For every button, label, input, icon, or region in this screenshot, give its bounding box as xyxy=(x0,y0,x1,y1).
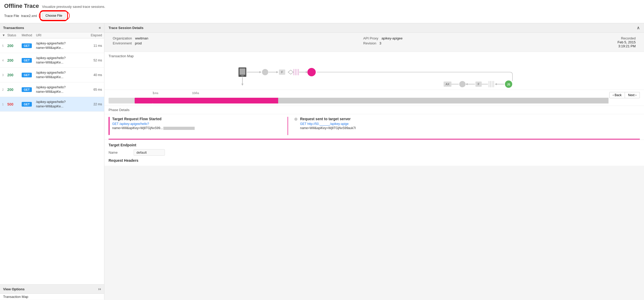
timeline-gray-segment xyxy=(278,98,609,103)
trace-session-header: Trace Session Details ∧ xyxy=(104,23,644,33)
proxy-value: apikey-apigee xyxy=(381,36,403,40)
name-field-row: Name default xyxy=(109,149,640,156)
phase-card-2-status-dot xyxy=(294,118,297,121)
proxy-row: API Proxy apikey-apigee xyxy=(363,36,403,40)
tx-status: 200 xyxy=(7,58,22,62)
timeline-labels: 1ms 10ms xyxy=(109,91,640,97)
device-home xyxy=(241,75,244,76)
phase-card-1-bar xyxy=(109,117,110,135)
tx-elapsed: 65 ms xyxy=(86,88,102,91)
tx-elapsed: 52 ms xyxy=(86,59,102,62)
back-button[interactable]: ‹ Back xyxy=(609,92,625,98)
tx-uri: /apikey-apigee/hello?name=Will&apiKe... xyxy=(36,56,86,65)
transaction-row[interactable]: 2 200 GET /apikey-apigee/hello?name=Will… xyxy=(0,82,104,97)
view-options-header[interactable]: View Options ›› xyxy=(0,284,104,294)
recorded-label: Recorded xyxy=(618,36,636,40)
org-value: wwitman xyxy=(135,36,148,40)
recorded-date: Feb 5, 2015 xyxy=(618,40,636,44)
phase-card-2-body: Request sent to target server GET http:/… xyxy=(300,117,356,135)
sort-col: ▼ xyxy=(2,33,7,37)
revision-row: Revision 3 xyxy=(363,41,403,45)
f-label-2: F xyxy=(478,83,480,86)
transaction-map-title: Transaction Map xyxy=(109,54,640,58)
trace-file-row: Trace File trace2.xml Choose File xyxy=(4,11,640,20)
transactions-title: Transactions xyxy=(3,26,24,30)
transaction-row[interactable]: 3 200 GET /apikey-apigee/hello?name=Will… xyxy=(0,68,104,82)
recorded-group: Recorded Feb 5, 2015 3:19:21 PM xyxy=(618,36,636,48)
tx-method: GET xyxy=(22,58,36,62)
choose-file-wrapper: Choose File xyxy=(39,11,70,20)
phase-card-1-link[interactable]: GET /apikey-apigee/hello? xyxy=(112,122,195,126)
timeline-bar xyxy=(109,98,609,103)
tx-uri: /apikey-apigee/hello?name=Will&apiKe... xyxy=(36,41,86,50)
view-options-label: View Options xyxy=(3,287,25,291)
tx-method: GET xyxy=(22,73,36,77)
target-endpoint-heading: Target Endpoint xyxy=(109,143,640,147)
tx-table-header: ▼ Status Method URI Elapsed xyxy=(0,32,104,38)
flow-path-right xyxy=(317,72,512,81)
arrowhead-b1 xyxy=(495,83,497,85)
env-value: prod xyxy=(135,41,142,45)
device-screen xyxy=(240,68,245,75)
phase-card-1-title: Target Request Flow Started xyxy=(112,117,195,121)
collapse-right-icon[interactable]: ∧ xyxy=(637,25,640,30)
transaction-row[interactable]: 5 200 GET /apikey-apigee/hello?name=Will… xyxy=(0,38,104,53)
pink-circle xyxy=(307,68,316,76)
tx-status: 200 xyxy=(7,44,22,48)
tx-uri: /apikey-apigee/hello?name=Will&apiKe... xyxy=(36,85,86,94)
proxy-label: API Proxy xyxy=(363,36,378,40)
arrowhead-1 xyxy=(259,71,261,73)
tx-num: 4 xyxy=(2,59,7,62)
revision-value: 3 xyxy=(379,41,381,45)
tx-num: 3 xyxy=(2,73,7,77)
status-col-header: Status xyxy=(7,33,22,37)
phase-pink-underline xyxy=(109,139,640,140)
proxy-revision-group: API Proxy apikey-apigee Revision 3 xyxy=(363,36,403,48)
choose-file-button[interactable]: Choose File xyxy=(42,13,65,19)
down-arrowhead xyxy=(241,84,243,86)
timeline-pink-segment xyxy=(135,98,153,103)
elapsed-col-header: Elapsed xyxy=(86,33,102,37)
tick-10ms xyxy=(196,91,196,94)
back-next-buttons: ‹ Back Next › xyxy=(609,92,640,98)
header: Offline Trace Visualize previously saved… xyxy=(0,0,644,23)
tx-elapsed: 11 ms xyxy=(86,44,102,48)
session-info-row: Organization wwitman Environment prod AP… xyxy=(104,33,644,52)
phase-card-1-text: name=Will&apiKey=Wj8TGjNvS99... xyxy=(112,126,195,130)
transactions-header: Transactions « xyxy=(0,23,104,32)
tx-uri: /apikey-apigee/hello?name=Will&apiKe... xyxy=(36,100,86,109)
tick-1ms xyxy=(153,91,153,94)
gray-circle-1 xyxy=(262,69,268,75)
view-options-transaction-map: Transaction Map xyxy=(0,294,104,300)
arrowhead-2 xyxy=(276,71,278,73)
transaction-row[interactable]: 1 500 GET /apikey-apigee/hello?name=Will… xyxy=(0,97,104,112)
target-endpoint-section: Target Endpoint Name default Request Hea… xyxy=(104,140,644,166)
next-button[interactable]: Next › xyxy=(625,92,640,98)
transactions-list: 5 200 GET /apikey-apigee/hello?name=Will… xyxy=(0,38,104,112)
tx-method: GET xyxy=(22,102,36,106)
uri-col-header: URI xyxy=(36,33,86,37)
request-headers-heading: Request Headers xyxy=(109,158,640,163)
tx-num: 5 xyxy=(2,44,7,47)
timeline-label-1ms: 1ms xyxy=(153,91,158,95)
trace-file-label: Trace File xyxy=(4,14,19,18)
tx-num: 1 xyxy=(2,103,7,106)
org-label: Organization xyxy=(113,36,132,40)
phase-card-1: Target Request Flow Started GET /apikey-… xyxy=(109,117,281,135)
timeline-magenta-segment xyxy=(153,98,278,103)
arrowhead-b3 xyxy=(466,83,468,85)
gray-circle-2 xyxy=(459,81,466,87)
tx-method: GET xyxy=(22,88,36,91)
phase-card-2-link[interactable]: GET http://50.______/apikey-apige xyxy=(300,122,356,126)
tx-uri: /apikey-apigee/hello?name=Will&apiKe... xyxy=(36,71,86,79)
phase-details-section: Phase Details Target Request Flow Starte… xyxy=(104,106,644,140)
timeline-label-10ms: 10ms xyxy=(192,91,199,95)
transaction-row[interactable]: 4 200 GET /apikey-apigee/hello?name=Will… xyxy=(0,53,104,68)
org-env-group: Organization wwitman Environment prod xyxy=(113,36,148,48)
phase-card-spacer xyxy=(467,117,640,135)
tx-num: 2 xyxy=(2,88,7,91)
recorded-time: 3:19:21 PM xyxy=(618,44,636,48)
collapse-button[interactable]: « xyxy=(99,25,101,30)
method-col-header: Method xyxy=(22,33,36,37)
page-subtitle: Visualize previously saved trace session… xyxy=(42,5,105,9)
